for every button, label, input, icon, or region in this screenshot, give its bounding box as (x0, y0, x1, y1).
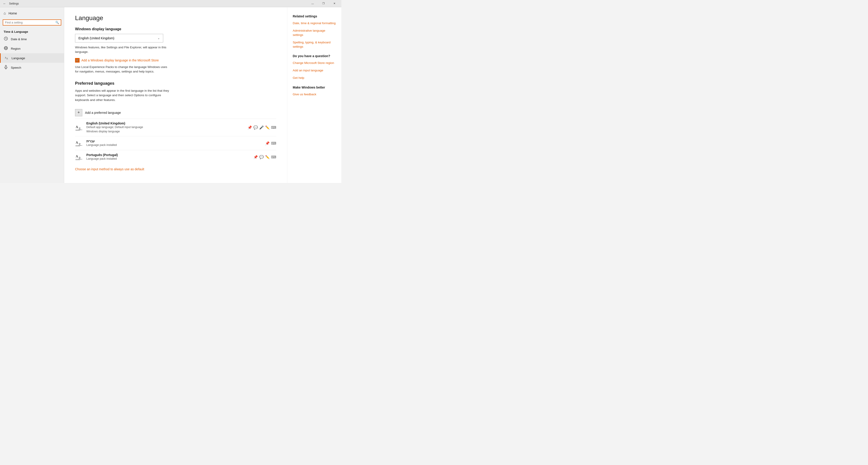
search-box: 🔍 (3, 20, 61, 26)
svg-text:A: A (76, 155, 78, 158)
svg-text:文: 文 (79, 127, 81, 130)
speech-icon (4, 65, 8, 70)
dropdown-arrow-icon: ⌄ (158, 37, 160, 40)
close-button[interactable]: ✕ (329, 0, 340, 7)
lang-detail1-hebrew: Language pack installed (86, 143, 262, 147)
preferred-description: Apps and websites will appear in the fir… (75, 89, 170, 102)
sidebar-item-home[interactable]: ⌂ Home (0, 9, 64, 18)
question-link-input[interactable]: Add an input language (293, 68, 336, 73)
mic-icon: 🎤 (259, 125, 264, 130)
keyboard-icon: ⌨ (271, 125, 276, 130)
question-link-store[interactable]: Change Microsoft Store region (293, 61, 336, 65)
add-icon: + (75, 109, 82, 116)
lang-name-portuguese: Português (Portugal) (86, 153, 250, 157)
question-section: Do you have a question? Change Microsoft… (293, 54, 336, 80)
question-link-help[interactable]: Get help (293, 76, 336, 80)
lang-name-english: English (United Kingdom) (86, 122, 244, 125)
sidebar-item-language[interactable]: A 文 Language (0, 53, 64, 63)
question-title: Do you have a question? (293, 54, 336, 58)
edit-icon-pt: ✏️ (265, 155, 270, 159)
pinned-icon-pt: 📌 (253, 155, 258, 159)
related-link-date-time[interactable]: Date, time & regional formatting (293, 21, 336, 26)
sidebar-section-title: Time & Language (0, 27, 64, 34)
lang-caps-hebrew: 📌 ⌨ (265, 141, 276, 145)
language-dropdown-value: English (United Kingdom) (79, 36, 114, 40)
minimize-button[interactable]: — (307, 0, 318, 7)
back-button[interactable]: ← (2, 1, 7, 6)
language-dropdown[interactable]: English (United Kingdom) ⌄ (75, 34, 163, 42)
sidebar-item-speech[interactable]: Speech (0, 63, 64, 72)
display-lang-section-title: Windows display language (75, 27, 276, 31)
pinned-icon: 📌 (248, 125, 252, 130)
related-link-admin-lang[interactable]: Administrative language settings (293, 29, 336, 37)
sidebar-region-label: Region (11, 47, 21, 51)
lang-detail2-english: Windows display language (86, 129, 244, 134)
svg-text:A: A (76, 141, 78, 144)
restore-button[interactable]: ❐ (318, 0, 329, 7)
feedback-link[interactable]: Give us feedback (293, 92, 336, 97)
lang-info-english: English (United Kingdom) Default app lan… (86, 122, 244, 134)
store-link-text: Add a Windows display language in the Mi… (81, 59, 159, 62)
sidebar-item-region[interactable]: Region (0, 44, 64, 53)
svg-text:文: 文 (79, 143, 81, 145)
main-content: Language Windows display language Englis… (64, 7, 287, 183)
sidebar-item-date-time[interactable]: Date & time (0, 34, 64, 44)
right-panel: Related settings Date, time & regional f… (287, 7, 341, 183)
lang-icon-portuguese: A 文 (75, 153, 83, 161)
app-body: ⌂ Home 🔍 Time & Language Date & time (0, 7, 341, 183)
page-title: Language (75, 14, 276, 22)
store-link[interactable]: 🛒 Add a Windows display language in the … (75, 58, 276, 63)
lang-info-hebrew: עברית Language pack installed (86, 139, 262, 147)
lang-icon-english: A 文 (75, 124, 83, 132)
store-icon: 🛒 (75, 58, 80, 63)
choose-input-link[interactable]: Choose an input method to always use as … (75, 167, 276, 171)
sidebar: ⌂ Home 🔍 Time & Language Date & time (0, 7, 64, 183)
lang-detail1-english: Default app language; Default input lang… (86, 125, 244, 129)
lang-item-portuguese[interactable]: A 文 Português (Portugal) Language pack i… (75, 150, 276, 164)
globe-icon (4, 46, 8, 51)
text-icon: 💬 (253, 125, 258, 130)
related-link-spelling[interactable]: Spelling, typing, & keyboard settings (293, 40, 336, 49)
svg-text:文: 文 (79, 157, 81, 159)
titlebar-left: ← Settings (2, 1, 19, 6)
lang-icon-hebrew: A 文 (75, 139, 83, 147)
display-lang-description: Windows features, like Settings and File… (75, 45, 170, 55)
keyboard-icon-pt: ⌨ (271, 155, 276, 159)
language-icon: A 文 (4, 56, 9, 61)
pinned-icon-he: 📌 (265, 141, 270, 145)
clock-icon (4, 37, 8, 41)
svg-rect-5 (5, 65, 6, 67)
make-better-title: Make Windows better (293, 86, 336, 89)
titlebar-controls: — ❐ ✕ (307, 0, 340, 7)
preferred-section-title: Preferred languages (75, 81, 276, 86)
text-icon-pt: 💬 (259, 155, 264, 159)
sidebar-date-time-label: Date & time (11, 37, 27, 41)
sidebar-speech-label: Speech (11, 66, 21, 69)
lang-detail1-portuguese: Language pack installed (86, 157, 250, 161)
add-label: Add a preferred language (85, 111, 121, 114)
add-language-button[interactable]: + Add a preferred language (75, 107, 276, 119)
svg-text:A: A (76, 125, 78, 129)
lang-caps-english: 📌 💬 🎤 ✏️ ⌨ (248, 125, 276, 130)
lang-info-portuguese: Português (Portugal) Language pack insta… (86, 153, 250, 161)
keyboard-icon-he: ⌨ (271, 141, 276, 145)
svg-text:文: 文 (6, 58, 8, 60)
lang-name-hebrew: עברית (86, 139, 262, 143)
lang-caps-portuguese: 📌 💬 ✏️ ⌨ (253, 155, 276, 159)
lang-item-hebrew[interactable]: A 文 עברית Language pack installed 📌 ⌨ (75, 136, 276, 150)
make-better-section: Make Windows better Give us feedback (293, 86, 336, 97)
lang-item-english[interactable]: A 文 English (United Kingdom) Default app… (75, 119, 276, 136)
search-icon: 🔍 (55, 21, 59, 24)
titlebar: ← Settings — ❐ ✕ (0, 0, 341, 7)
sidebar-language-label: Language (11, 57, 25, 60)
related-settings-title: Related settings (293, 14, 336, 18)
store-link-description: Use Local Experience Packs to change the… (75, 65, 170, 74)
home-icon: ⌂ (4, 11, 6, 15)
search-input[interactable] (5, 21, 55, 24)
titlebar-title: Settings (9, 2, 19, 5)
sidebar-home-label: Home (8, 11, 17, 15)
edit-icon: ✏️ (265, 125, 270, 130)
